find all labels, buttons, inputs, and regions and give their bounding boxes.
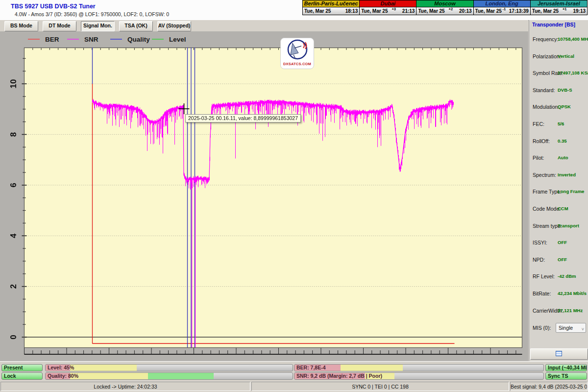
field-value: OFF bbox=[558, 240, 567, 245]
transponder-field: ISSYI:OFF bbox=[529, 235, 588, 252]
transponder-field: Frequency:10758,400 MHz bbox=[529, 31, 588, 49]
transponder-field: BitRate:42,234 Mbit/s bbox=[529, 286, 588, 303]
field-value: Vertical bbox=[558, 53, 574, 59]
status-lock-uptime: Locked -> Uptime: 24:02:33 bbox=[0, 382, 250, 391]
tab-dt-mode[interactable]: DT Mode bbox=[43, 21, 76, 31]
clock-city: London, Eng bbox=[474, 0, 530, 7]
mis-label: MIS (0): bbox=[533, 325, 551, 331]
clock-time-row: Tue, Mar 25+220:13 bbox=[416, 7, 473, 15]
transponder-field: RF Level:-42 dBm bbox=[529, 269, 588, 286]
field-value: DVB-S bbox=[558, 87, 572, 93]
mis-dropdown[interactable]: Single ˅ bbox=[556, 323, 586, 333]
clock-date: Tue, Mar 25 bbox=[475, 8, 502, 14]
mis-selected-value: Single bbox=[559, 325, 573, 331]
status-best-signal: Best signal: 9,4 dB (2025-03-25 02:47) bbox=[510, 382, 588, 391]
chart-tooltip: 2025-03-25 00.16.11, value: 8,8999996185… bbox=[185, 114, 301, 122]
clock-cell: DubaiTue, Mar 25+321:13 bbox=[359, 0, 416, 15]
field-value: Transport bbox=[558, 223, 579, 228]
field-label: Polarization: bbox=[533, 53, 561, 59]
meter-snr: SNR: 9,2 dB (Margin: 2,7 dB | Poor) bbox=[294, 372, 544, 380]
meter-fill-segment bbox=[341, 365, 403, 371]
transponder-field: RollOff:0.35 bbox=[529, 133, 588, 150]
clock-cell: MoscowTue, Mar 25+220:13 bbox=[416, 0, 473, 15]
legend-label: Quality bbox=[127, 36, 150, 43]
monitor-bars-zone: PresentLevel: 45%BER: 7,8E-4Input (~40,3… bbox=[0, 361, 588, 381]
field-value: 42,234 Mbit/s bbox=[558, 291, 587, 296]
field-value: Inverted bbox=[558, 172, 576, 177]
field-label: Modulation: bbox=[533, 104, 559, 110]
field-label: Frequency: bbox=[533, 36, 559, 42]
transponder-field: Symbol Rate:27497,108 KS/s bbox=[529, 65, 588, 82]
transponder-field: Standard:DVB-S bbox=[529, 82, 588, 99]
field-value: 10758,400 MHz bbox=[558, 36, 588, 42]
clock-time: 18:13 bbox=[345, 8, 358, 14]
tab-bs-mode[interactable]: BS Mode bbox=[4, 21, 38, 31]
mis-row: MIS (0): Single ˅ bbox=[529, 322, 588, 334]
field-value: -42 dBm bbox=[558, 273, 576, 279]
meter-fill-segment bbox=[148, 373, 214, 379]
meter-label: Level: 45% bbox=[48, 365, 74, 371]
clock-utc-offset: +3 bbox=[392, 7, 398, 11]
transponder-sidebar: Transponder [BS] Frequency:10758,400 MHz… bbox=[529, 20, 588, 361]
clock-cell: Berlin-Paris-LučenecTue, Mar 2518:13 bbox=[303, 0, 359, 15]
tab-av-stopped[interactable]: AV (Stopped) bbox=[157, 21, 191, 31]
transponder-field: Polarization:Vertical bbox=[529, 49, 588, 66]
legend-label: Level bbox=[169, 36, 186, 43]
top-bar: TBS 5927 USB DVB-S2 Tuner 4.0W - Amos 3/… bbox=[0, 0, 588, 21]
field-value: 0.35 bbox=[558, 138, 567, 144]
field-label: BitRate: bbox=[533, 291, 551, 296]
clock-city: Dubai bbox=[360, 0, 416, 7]
stream-list-button[interactable] bbox=[530, 348, 588, 360]
clock-utc-offset: +1 bbox=[563, 7, 569, 11]
meter-ber: BER: 7,8E-4 bbox=[294, 364, 544, 371]
transponder-field: CarrierWidth:37,121 MHz bbox=[529, 303, 588, 320]
legend-label: BER bbox=[45, 36, 59, 43]
transponder-field: Code Mode:CCM bbox=[529, 201, 588, 218]
status-bar: Locked -> Uptime: 24:02:33 SYNC 0 | TEI … bbox=[0, 381, 588, 392]
signal-chart-zone: BERSNRQualityLevel bbox=[0, 31, 528, 361]
legend-line-swatch bbox=[67, 39, 79, 40]
transponder-field: Modulation:QPSK bbox=[529, 99, 588, 116]
field-value: 5/6 bbox=[558, 121, 564, 126]
clock-time-row: Tue, Mar 25-117:13:39 bbox=[474, 7, 530, 15]
field-label: Standard: bbox=[533, 87, 555, 93]
satellite-subtitle: 4.0W - Amos 3/7 (ID: 3560) @ LOF1: 97500… bbox=[15, 11, 169, 17]
field-value: OFF bbox=[558, 257, 567, 262]
tab-signal-mon[interactable]: Signal Mon. bbox=[81, 21, 115, 31]
clock-time-row: Tue, Mar 2518:13 bbox=[303, 7, 359, 15]
field-label: ISSYI: bbox=[533, 240, 547, 245]
signal-chart-canvas[interactable] bbox=[0, 44, 528, 361]
badge-sync-ts: Sync TS bbox=[545, 372, 587, 380]
clock-cell: Jerusalem-IsraelTue, Mar 25+119:13 bbox=[530, 0, 587, 15]
clock-utc-offset: -1 bbox=[503, 7, 509, 11]
clock-date: Tue, Mar 25 bbox=[532, 8, 559, 14]
clock-time-row: Tue, Mar 25+119:13 bbox=[531, 7, 587, 15]
legend-label: SNR bbox=[84, 36, 98, 43]
badge-lock: Lock bbox=[1, 372, 43, 380]
badge-input: Input (~40,34 Mbps) bbox=[545, 364, 587, 371]
transponder-field: Frame Type:Long Frame bbox=[529, 184, 588, 201]
meter-fill-segment bbox=[70, 373, 148, 379]
clock-time: 19:13 bbox=[573, 8, 586, 14]
field-label: Pilot: bbox=[533, 155, 544, 161]
tab-tsa-ok[interactable]: TSA (OK) bbox=[119, 21, 153, 31]
legend-item-quality: Quality bbox=[110, 35, 150, 43]
transponder-title: Transponder [BS] bbox=[532, 22, 575, 27]
badge-present: Present bbox=[1, 364, 43, 371]
app-title: TBS 5927 USB DVB-S2 Tuner bbox=[11, 3, 96, 10]
field-value: 27497,108 KS/s bbox=[558, 70, 588, 75]
legend-line-swatch bbox=[152, 39, 164, 40]
transponder-field: FEC:5/6 bbox=[529, 116, 588, 133]
clock-time: 21:13 bbox=[402, 8, 415, 14]
legend-line-swatch bbox=[110, 39, 122, 40]
field-value: QPSK bbox=[558, 104, 571, 109]
clock-utc-offset: +2 bbox=[449, 7, 456, 11]
chevron-down-icon: ˅ bbox=[582, 325, 584, 334]
tuner-app-window: TBS 5927 USB DVB-S2 Tuner 4.0W - Amos 3/… bbox=[0, 0, 588, 392]
dxsatcs-logo: DXSATCS.COM bbox=[280, 38, 314, 69]
transponder-field: Stream type:Transport bbox=[529, 218, 588, 235]
clock-time: 17:13:39 bbox=[509, 8, 529, 14]
meter-label: BER: 7,8E-4 bbox=[296, 365, 326, 371]
field-label: RF Level: bbox=[533, 273, 555, 279]
meter-fill-segment bbox=[70, 365, 137, 371]
